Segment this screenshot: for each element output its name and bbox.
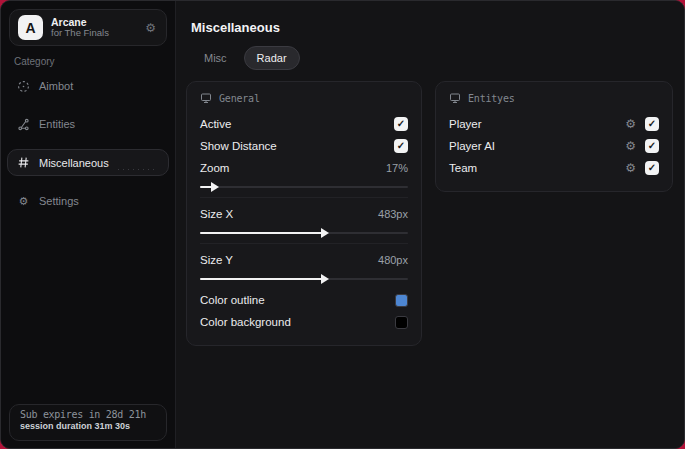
sidebar-item-label: Aimbot [39,80,73,92]
player-checkbox[interactable]: ✓ [645,117,659,131]
monitor-icon [200,92,212,104]
toggle-row-active: Active ✓ [200,113,408,135]
entity-label: Player [449,118,482,130]
tab-bar: Misc Radar [191,46,300,70]
color-row-outline: Color outline [200,289,408,311]
sidebar-item-entities[interactable]: Entities [7,111,169,137]
zoom-slider[interactable] [200,181,408,193]
main-content: Miscellaneous Misc Radar General Active … [176,1,684,448]
misc-icon [17,156,30,169]
sidebar-item-miscellaneous[interactable]: Miscellaneous [7,149,169,176]
sidebar-item-label: Entities [39,118,75,130]
brand-subtitle: for The Finals [51,28,145,39]
slider-thumb[interactable] [321,274,329,284]
size-y-slider[interactable] [200,273,408,285]
team-checkbox[interactable]: ✓ [645,161,659,175]
monitor-icon [449,92,461,104]
brand-card: A Arcane for The Finals ⚙ [9,9,167,46]
entity-label: Player AI [449,140,495,152]
size-x-slider[interactable] [200,227,408,239]
player-ai-checkbox[interactable]: ✓ [645,139,659,153]
slider-row-size-y: Size Y 480px [200,249,408,271]
slider-row-size-x: Size X 483px [200,203,408,225]
color-label: Color background [200,316,291,328]
entities-panel-title: Entityes [468,93,515,104]
color-row-background: Color background [200,311,408,333]
entity-gear-icon[interactable]: ⚙ [625,118,636,130]
slider-value: 480px [378,254,408,266]
slider-label: Size Y [200,254,233,266]
toggle-row-show-distance: Show Distance ✓ [200,135,408,157]
slider-value: 483px [378,208,408,220]
sidebar-item-aimbot[interactable]: Aimbot [7,73,169,99]
sidebar-item-label: Miscellaneous [39,157,109,169]
active-checkbox[interactable]: ✓ [394,117,408,131]
entity-gear-icon[interactable]: ⚙ [625,140,636,152]
brand-gear-icon[interactable]: ⚙ [145,21,156,35]
slider-label: Zoom [200,162,229,174]
app-logo: A [18,15,43,40]
session-duration-text: session duration 31m 30s [20,421,156,431]
sidebar-nav: Aimbot Entities Miscell [7,73,169,216]
entities-icon [17,118,30,131]
slider-thumb[interactable] [211,182,219,192]
slider-value: 17% [386,162,408,174]
category-label: Category [14,56,55,67]
color-label: Color outline [200,294,265,306]
sidebar: A Arcane for The Finals ⚙ Category Aimbo… [1,1,176,448]
page-title: Miscellaneous [191,20,280,35]
outline-color-swatch[interactable] [395,294,408,307]
app-window: A Arcane for The Finals ⚙ Category Aimbo… [0,0,685,449]
entity-gear-icon[interactable]: ⚙ [625,162,636,174]
entity-label: Team [449,162,477,174]
general-panel-title: General [219,93,260,104]
entity-row-player: Player ⚙ ✓ [449,113,659,135]
entity-row-player-ai: Player AI ⚙ ✓ [449,135,659,157]
slider-label: Size X [200,208,233,220]
sub-expiry-text: Sub expires in 28d 21h [20,409,156,420]
toggle-label: Active [200,118,231,130]
sidebar-item-settings[interactable]: ⚙ Settings [7,188,169,214]
sidebar-item-label: Settings [39,195,79,207]
tab-misc[interactable]: Misc [191,46,240,70]
entity-row-team: Team ⚙ ✓ [449,157,659,179]
crosshair-icon [17,80,30,93]
panels-container: General Active ✓ Show Distance ✓ Zoom 17… [186,81,674,346]
entities-panel: Entityes Player ⚙ ✓ Player AI ⚙ ✓ [435,81,673,192]
slider-row-zoom: Zoom 17% [200,157,408,179]
tab-radar[interactable]: Radar [244,46,300,70]
slider-thumb[interactable] [321,228,329,238]
show-distance-checkbox[interactable]: ✓ [394,139,408,153]
subscription-card: Sub expires in 28d 21h session duration … [9,404,167,441]
background-color-swatch[interactable] [395,316,408,329]
gear-icon: ⚙ [17,195,30,208]
toggle-label: Show Distance [200,140,277,152]
general-panel: General Active ✓ Show Distance ✓ Zoom 17… [186,81,422,346]
